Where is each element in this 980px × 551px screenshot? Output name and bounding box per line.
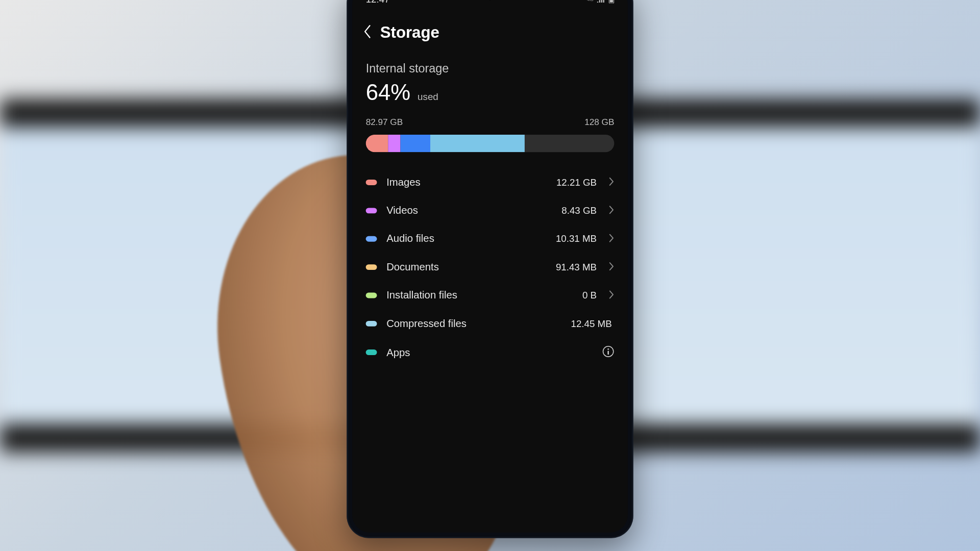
category-value: 0 B xyxy=(582,290,597,301)
category-label: Apps xyxy=(386,346,593,358)
storage-progress-bar xyxy=(366,135,615,152)
progress-segment xyxy=(366,135,388,152)
battery-icon xyxy=(608,0,614,3)
size-row: 82.97 GB 128 GB xyxy=(366,117,615,128)
category-color-pill xyxy=(366,208,377,213)
progress-segment xyxy=(401,135,430,152)
category-value: 12.45 MB xyxy=(571,318,612,329)
app-bar: Storage xyxy=(352,7,628,52)
status-time: 12:47 xyxy=(366,0,390,5)
svg-rect-5 xyxy=(607,350,608,355)
category-color-pill xyxy=(366,264,377,270)
storage-category-row[interactable]: Installation files0 B xyxy=(352,281,628,309)
category-label: Videos xyxy=(386,204,552,216)
category-label: Compressed files xyxy=(386,317,561,330)
category-label: Installation files xyxy=(386,289,573,302)
page-title: Storage xyxy=(380,23,439,41)
info-icon[interactable] xyxy=(602,345,614,359)
total-amount: 128 GB xyxy=(584,117,614,128)
signal-icon xyxy=(597,0,605,3)
storage-summary: Internal storage 64% used 82.97 GB 128 G… xyxy=(352,52,628,127)
usage-label: used xyxy=(418,91,438,103)
progress-segment xyxy=(430,135,525,152)
storage-category-row[interactable]: Documents91.43 MB xyxy=(352,253,628,281)
storage-category-row: Compressed files12.45 MB xyxy=(352,309,628,337)
svg-point-4 xyxy=(607,348,609,350)
category-label: Images xyxy=(386,176,547,188)
chevron-right-icon xyxy=(608,290,614,301)
category-value: 8.43 GB xyxy=(561,205,597,216)
used-amount: 82.97 GB xyxy=(366,117,403,128)
status-icons: 4G xyxy=(587,0,614,3)
category-color-pill xyxy=(366,321,377,327)
phone-screen: 12:47 4G Storage Internal storage 64% us… xyxy=(352,0,628,533)
progress-segment xyxy=(388,135,400,152)
chevron-right-icon xyxy=(608,261,614,272)
chevron-right-icon xyxy=(608,233,614,244)
category-label: Audio files xyxy=(386,233,546,245)
storage-category-row[interactable]: Images12.21 GB xyxy=(352,168,628,196)
svg-rect-2 xyxy=(610,0,613,3)
category-color-pill xyxy=(366,236,377,241)
category-value: 12.21 GB xyxy=(556,177,597,188)
category-color-pill xyxy=(366,180,377,185)
category-value: 91.43 MB xyxy=(556,261,597,272)
usage-percent: 64% xyxy=(366,79,410,105)
category-color-pill xyxy=(366,292,377,298)
category-label: Documents xyxy=(386,261,546,273)
storage-category-row[interactable]: Apps xyxy=(352,338,628,367)
back-icon[interactable] xyxy=(363,24,372,40)
section-title: Internal storage xyxy=(366,62,615,76)
category-value: 10.31 MB xyxy=(556,233,597,244)
storage-category-row[interactable]: Videos8.43 GB xyxy=(352,196,628,224)
network-indicator: 4G xyxy=(587,0,593,2)
chevron-right-icon xyxy=(608,177,614,188)
usage-row: 64% used xyxy=(366,79,615,105)
phone-frame: 12:47 4G Storage Internal storage 64% us… xyxy=(347,0,633,538)
category-color-pill xyxy=(366,349,377,355)
chevron-right-icon xyxy=(608,205,614,216)
category-list: Images12.21 GBVideos8.43 GBAudio files10… xyxy=(352,168,628,367)
status-bar: 12:47 4G xyxy=(352,0,628,7)
storage-category-row[interactable]: Audio files10.31 MB xyxy=(352,224,628,253)
